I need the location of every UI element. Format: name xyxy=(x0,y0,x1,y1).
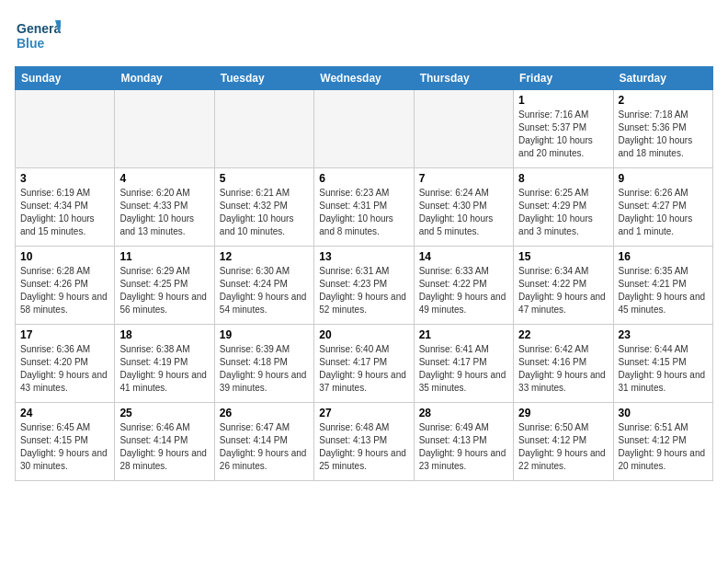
day-number: 19 xyxy=(220,328,309,341)
calendar-cell: 18Sunrise: 6:38 AM Sunset: 4:19 PM Dayli… xyxy=(115,325,214,403)
calendar-cell: 20Sunrise: 6:40 AM Sunset: 4:17 PM Dayli… xyxy=(314,325,414,403)
day-info: Sunrise: 6:44 AM Sunset: 4:15 PM Dayligh… xyxy=(619,343,708,395)
day-info: Sunrise: 7:18 AM Sunset: 5:36 PM Dayligh… xyxy=(619,109,708,160)
day-number: 22 xyxy=(518,328,608,341)
calendar-cell: 19Sunrise: 6:39 AM Sunset: 4:18 PM Dayli… xyxy=(214,325,313,403)
calendar-cell: 10Sunrise: 6:28 AM Sunset: 4:26 PM Dayli… xyxy=(16,247,115,325)
day-number: 9 xyxy=(619,172,708,185)
day-number: 13 xyxy=(319,250,408,263)
day-number: 2 xyxy=(619,94,708,107)
calendar-cell xyxy=(214,90,313,168)
day-number: 1 xyxy=(518,94,608,107)
day-number: 25 xyxy=(119,407,209,419)
calendar-cell: 6Sunrise: 6:23 AM Sunset: 4:31 PM Daylig… xyxy=(314,168,414,247)
week-row: 17Sunrise: 6:36 AM Sunset: 4:20 PM Dayli… xyxy=(16,325,713,403)
weekday-header: Sunday xyxy=(16,67,115,90)
day-info: Sunrise: 6:47 AM Sunset: 4:14 PM Dayligh… xyxy=(220,421,309,473)
week-row: 3Sunrise: 6:19 AM Sunset: 4:34 PM Daylig… xyxy=(16,168,713,247)
day-number: 21 xyxy=(419,328,508,341)
day-info: Sunrise: 6:48 AM Sunset: 4:13 PM Dayligh… xyxy=(319,421,408,473)
calendar-cell: 5Sunrise: 6:21 AM Sunset: 4:32 PM Daylig… xyxy=(214,168,313,247)
day-number: 14 xyxy=(419,250,508,263)
day-info: Sunrise: 6:29 AM Sunset: 4:25 PM Dayligh… xyxy=(119,265,209,316)
day-number: 6 xyxy=(319,172,408,185)
day-number: 4 xyxy=(119,172,209,185)
calendar-cell: 15Sunrise: 6:34 AM Sunset: 4:22 PM Dayli… xyxy=(514,247,613,325)
weekday-header: Saturday xyxy=(613,67,712,90)
day-info: Sunrise: 6:51 AM Sunset: 4:12 PM Dayligh… xyxy=(619,421,708,473)
day-info: Sunrise: 6:21 AM Sunset: 4:32 PM Dayligh… xyxy=(220,187,309,238)
calendar-cell xyxy=(16,90,115,168)
header: General Blue xyxy=(15,15,713,55)
calendar-cell: 3Sunrise: 6:19 AM Sunset: 4:34 PM Daylig… xyxy=(16,168,115,247)
weekday-header: Monday xyxy=(115,67,214,90)
day-info: Sunrise: 6:42 AM Sunset: 4:16 PM Dayligh… xyxy=(518,343,608,395)
day-number: 17 xyxy=(20,328,109,341)
week-row: 10Sunrise: 6:28 AM Sunset: 4:26 PM Dayli… xyxy=(16,247,713,325)
day-number: 5 xyxy=(220,172,309,185)
day-info: Sunrise: 6:40 AM Sunset: 4:17 PM Dayligh… xyxy=(319,343,408,395)
day-number: 8 xyxy=(518,172,608,185)
day-number: 18 xyxy=(119,328,209,341)
day-info: Sunrise: 6:38 AM Sunset: 4:19 PM Dayligh… xyxy=(119,343,209,395)
calendar-cell xyxy=(314,90,414,168)
calendar-cell: 28Sunrise: 6:49 AM Sunset: 4:13 PM Dayli… xyxy=(414,403,513,481)
day-number: 12 xyxy=(220,250,309,263)
weekday-header: Thursday xyxy=(414,67,513,90)
day-number: 16 xyxy=(619,250,708,263)
day-info: Sunrise: 6:25 AM Sunset: 4:29 PM Dayligh… xyxy=(518,187,608,238)
day-info: Sunrise: 6:26 AM Sunset: 4:27 PM Dayligh… xyxy=(619,187,708,238)
day-number: 23 xyxy=(619,328,708,341)
calendar-cell: 7Sunrise: 6:24 AM Sunset: 4:30 PM Daylig… xyxy=(414,168,513,247)
calendar-cell: 16Sunrise: 6:35 AM Sunset: 4:21 PM Dayli… xyxy=(613,247,712,325)
day-info: Sunrise: 6:33 AM Sunset: 4:22 PM Dayligh… xyxy=(419,265,508,316)
day-number: 10 xyxy=(20,250,109,263)
day-number: 20 xyxy=(319,328,408,341)
calendar-cell xyxy=(115,90,214,168)
day-info: Sunrise: 6:49 AM Sunset: 4:13 PM Dayligh… xyxy=(419,421,508,473)
day-info: Sunrise: 7:16 AM Sunset: 5:37 PM Dayligh… xyxy=(518,109,608,160)
day-info: Sunrise: 6:45 AM Sunset: 4:15 PM Dayligh… xyxy=(20,421,109,473)
day-number: 7 xyxy=(419,172,508,185)
day-number: 26 xyxy=(220,407,309,419)
day-number: 3 xyxy=(20,172,109,185)
day-info: Sunrise: 6:24 AM Sunset: 4:30 PM Dayligh… xyxy=(419,187,508,238)
calendar-cell: 13Sunrise: 6:31 AM Sunset: 4:23 PM Dayli… xyxy=(314,247,414,325)
day-info: Sunrise: 6:50 AM Sunset: 4:12 PM Dayligh… xyxy=(518,421,608,473)
calendar-cell: 27Sunrise: 6:48 AM Sunset: 4:13 PM Dayli… xyxy=(314,403,414,481)
calendar-cell: 12Sunrise: 6:30 AM Sunset: 4:24 PM Dayli… xyxy=(214,247,313,325)
day-info: Sunrise: 6:35 AM Sunset: 4:21 PM Dayligh… xyxy=(619,265,708,316)
day-info: Sunrise: 6:39 AM Sunset: 4:18 PM Dayligh… xyxy=(220,343,309,395)
svg-text:General: General xyxy=(17,21,61,36)
calendar-cell: 11Sunrise: 6:29 AM Sunset: 4:25 PM Dayli… xyxy=(115,247,214,325)
calendar-cell: 21Sunrise: 6:41 AM Sunset: 4:17 PM Dayli… xyxy=(414,325,513,403)
calendar-cell: 24Sunrise: 6:45 AM Sunset: 4:15 PM Dayli… xyxy=(16,403,115,481)
day-info: Sunrise: 6:34 AM Sunset: 4:22 PM Dayligh… xyxy=(518,265,608,316)
day-info: Sunrise: 6:30 AM Sunset: 4:24 PM Dayligh… xyxy=(220,265,309,316)
day-number: 15 xyxy=(518,250,608,263)
day-number: 11 xyxy=(119,250,209,263)
logo: General Blue xyxy=(15,15,61,55)
day-info: Sunrise: 6:31 AM Sunset: 4:23 PM Dayligh… xyxy=(319,265,408,316)
weekday-header: Tuesday xyxy=(214,67,313,90)
calendar-cell: 4Sunrise: 6:20 AM Sunset: 4:33 PM Daylig… xyxy=(115,168,214,247)
week-row: 24Sunrise: 6:45 AM Sunset: 4:15 PM Dayli… xyxy=(16,403,713,481)
week-row: 1Sunrise: 7:16 AM Sunset: 5:37 PM Daylig… xyxy=(16,90,713,168)
weekday-header: Wednesday xyxy=(314,67,414,90)
day-number: 24 xyxy=(20,407,109,419)
day-number: 28 xyxy=(419,407,508,419)
calendar-cell: 22Sunrise: 6:42 AM Sunset: 4:16 PM Dayli… xyxy=(514,325,613,403)
svg-text:Blue: Blue xyxy=(17,36,45,51)
weekday-header: Friday xyxy=(514,67,613,90)
calendar-cell: 8Sunrise: 6:25 AM Sunset: 4:29 PM Daylig… xyxy=(514,168,613,247)
calendar-cell: 14Sunrise: 6:33 AM Sunset: 4:22 PM Dayli… xyxy=(414,247,513,325)
logo-svg: General Blue xyxy=(15,15,61,55)
calendar-cell xyxy=(414,90,513,168)
day-info: Sunrise: 6:23 AM Sunset: 4:31 PM Dayligh… xyxy=(319,187,408,238)
calendar-cell: 1Sunrise: 7:16 AM Sunset: 5:37 PM Daylig… xyxy=(514,90,613,168)
calendar-cell: 30Sunrise: 6:51 AM Sunset: 4:12 PM Dayli… xyxy=(613,403,712,481)
day-info: Sunrise: 6:41 AM Sunset: 4:17 PM Dayligh… xyxy=(419,343,508,395)
calendar-cell: 25Sunrise: 6:46 AM Sunset: 4:14 PM Dayli… xyxy=(115,403,214,481)
calendar-cell: 2Sunrise: 7:18 AM Sunset: 5:36 PM Daylig… xyxy=(613,90,712,168)
calendar-cell: 23Sunrise: 6:44 AM Sunset: 4:15 PM Dayli… xyxy=(613,325,712,403)
